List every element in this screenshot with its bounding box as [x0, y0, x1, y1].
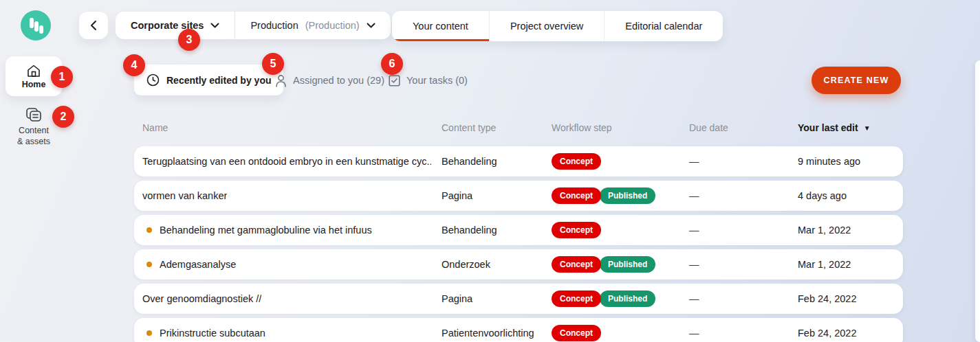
tab-label: Editorial calendar — [625, 21, 702, 32]
annotation-badge-1: 1 — [51, 66, 73, 88]
workflow-step-badge: Published — [600, 256, 655, 273]
row-name: Over genoomdiagnostiek // — [142, 284, 261, 314]
workflow-step-badge: Concept — [552, 256, 601, 273]
main-tabs: Your content Project overview Editorial … — [392, 11, 723, 41]
row-name: Prikinstructie subcutaan — [160, 318, 265, 342]
row-due-date: — — [689, 249, 699, 280]
checkbox-icon — [389, 75, 400, 87]
row-last-edit: 9 minutes ago — [798, 146, 860, 176]
annotation-badge-2: 2 — [52, 106, 74, 128]
workflow-step-badge: Concept — [552, 325, 601, 341]
workflow-step-badge: Concept — [552, 153, 601, 170]
unsaved-changes-dot-icon — [146, 262, 152, 267]
column-header-your-last-edit[interactable]: Your last edit ▼ — [798, 122, 871, 133]
table-row[interactable]: Behandeling met gammaglobuline via het i… — [134, 215, 903, 245]
table-row[interactable]: Terugplaatsing van een ontdooid embryo i… — [134, 146, 903, 176]
tab-project-overview[interactable]: Project overview — [490, 11, 605, 41]
chevron-down-icon — [210, 23, 219, 28]
row-workflow-steps: ConceptPublished — [552, 284, 655, 314]
workflow-step-badge: Concept — [552, 290, 601, 307]
tab-editorial-calendar[interactable]: Editorial calendar — [605, 11, 723, 41]
sort-descending-icon: ▼ — [864, 124, 871, 132]
app-logo[interactable] — [21, 10, 51, 41]
row-content-type: Behandeling — [442, 146, 497, 176]
tab-label: Your content — [413, 21, 468, 32]
table-row[interactable]: Prikinstructie subcutaan Patientenvoorli… — [134, 318, 903, 342]
column-header-due-date: Due date — [689, 122, 728, 133]
workflow-step-badge: Published — [600, 187, 655, 204]
row-workflow-steps: Concept — [552, 215, 601, 245]
row-content-type: Patientenvoorlichting — [442, 318, 534, 342]
logo-bars-icon — [21, 10, 51, 41]
row-workflow-steps: Concept — [552, 146, 601, 176]
table-row[interactable]: Over genoomdiagnostiek // Pagina Concept… — [134, 284, 903, 314]
table-rows: Terugplaatsing van een ontdooid embryo i… — [134, 146, 903, 342]
filter-label: Assigned to you (29) — [293, 75, 384, 86]
column-header-label: Your last edit — [798, 122, 858, 133]
row-name: Terugplaatsing van een ontdooid embryo i… — [142, 146, 431, 176]
environment-name: Production — [250, 20, 298, 31]
row-workflow-steps: ConceptPublished — [552, 249, 655, 280]
row-name: Behandeling met gammaglobuline via het i… — [160, 215, 372, 245]
home-icon — [26, 64, 41, 78]
table-row[interactable]: Ademgasanalyse Onderzoek ConceptPublishe… — [134, 249, 903, 280]
table-row[interactable]: vormen van kanker Pagina ConceptPublishe… — [134, 181, 903, 211]
unsaved-changes-dot-icon — [146, 227, 152, 233]
unsaved-changes-dot-icon — [146, 330, 152, 336]
row-name: Ademgasanalyse — [160, 249, 236, 280]
row-name: vormen van kanker — [142, 181, 227, 211]
row-last-edit: Feb 24, 2022 — [798, 284, 856, 314]
row-last-edit: 4 days ago — [798, 181, 847, 211]
person-icon — [275, 74, 287, 87]
active-tab-underline — [392, 39, 489, 41]
row-content-type: Onderzoek — [442, 249, 490, 280]
row-last-edit: Feb 24, 2022 — [798, 318, 856, 342]
row-content-type: Pagina — [442, 284, 472, 314]
clock-icon — [146, 73, 160, 87]
row-last-edit: Mar 1, 2022 — [798, 249, 851, 280]
annotation-badge-4: 4 — [123, 54, 145, 76]
workflow-step-badge: Concept — [552, 187, 601, 204]
back-button[interactable] — [79, 12, 108, 39]
breadcrumb: Corporate sites Production (Production) — [116, 12, 391, 39]
row-due-date: — — [689, 215, 699, 245]
row-due-date: — — [689, 318, 699, 342]
tab-label: Project overview — [510, 21, 583, 32]
annotation-badge-3: 3 — [178, 29, 200, 51]
row-last-edit: Mar 1, 2022 — [798, 215, 851, 245]
filter-recently-edited[interactable]: Recently edited by you — [134, 65, 283, 95]
chevron-down-icon — [367, 23, 375, 28]
row-content-type: Behandeling — [442, 215, 497, 245]
filter-label: Recently edited by you — [166, 75, 271, 86]
workflow-step-badge: Concept — [552, 222, 601, 238]
environment-sub: (Production) — [305, 20, 360, 31]
filter-your-tasks[interactable]: Your tasks (0) — [389, 72, 468, 89]
workflow-step-badge: Published — [600, 290, 655, 307]
annotation-badge-5: 5 — [262, 53, 284, 75]
environment-selector[interactable]: Production (Production) — [235, 12, 390, 39]
row-due-date: — — [689, 146, 699, 176]
filter-label: Your tasks (0) — [406, 75, 468, 86]
row-due-date: — — [689, 284, 699, 314]
filter-assigned-to-you[interactable]: Assigned to you (29) — [275, 72, 384, 89]
column-header-content-type: Content type — [442, 122, 496, 133]
tab-your-content[interactable]: Your content — [392, 11, 490, 41]
sidebar-item-label: Home — [22, 80, 46, 89]
column-header-name: Name — [142, 122, 168, 133]
sidebar-item-label: Content & assets — [17, 126, 50, 147]
project-selector[interactable]: Corporate sites — [116, 12, 235, 39]
chevron-left-icon — [90, 20, 97, 31]
row-workflow-steps: ConceptPublished — [552, 181, 655, 211]
annotation-badge-6: 6 — [381, 53, 403, 75]
create-new-button[interactable]: CREATE NEW — [812, 67, 901, 94]
row-workflow-steps: Concept — [552, 318, 601, 342]
collapsed-right-panel[interactable] — [975, 60, 980, 342]
row-content-type: Pagina — [442, 181, 472, 211]
content-assets-icon — [25, 106, 43, 123]
column-header-workflow-step: Workflow step — [552, 122, 612, 133]
row-due-date: — — [689, 181, 699, 211]
